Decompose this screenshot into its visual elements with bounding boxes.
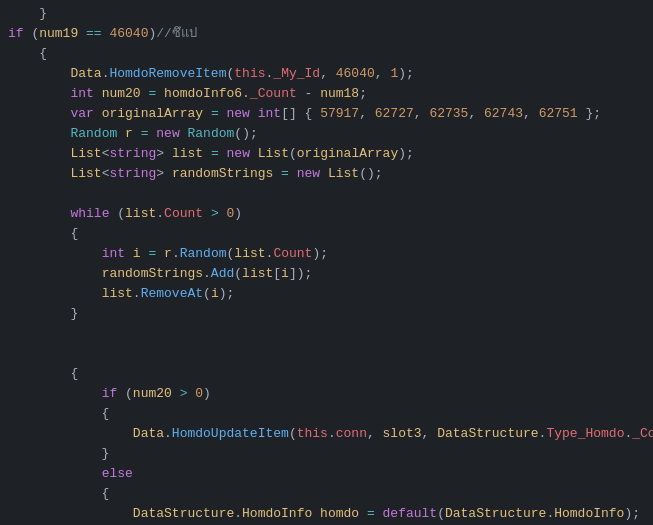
code-line: var originalArray = new int[] { 57917, 6… (0, 104, 653, 124)
code-line: Data.HomdoUpdateItem(this.conn, slot3, D… (0, 424, 653, 444)
code-line: while (list.Count > 0) (0, 204, 653, 224)
code-line (0, 344, 653, 364)
code-line: if (num20 > 0) (0, 384, 653, 404)
code-line: Data.HomdoRemoveItem(this._My_Id, 46040,… (0, 64, 653, 84)
code-line: { (0, 364, 653, 384)
code-line: DataStructure.HomdoInfo homdo = default(… (0, 504, 653, 524)
code-line: { (0, 44, 653, 64)
code-line: List<string> list = new List(originalArr… (0, 144, 653, 164)
code-line (0, 324, 653, 344)
code-line: int num20 = homdoInfo6._Count - num18; (0, 84, 653, 104)
code-line (0, 184, 653, 204)
code-line: { (0, 484, 653, 504)
code-line: } (0, 4, 653, 24)
code-line: list.RemoveAt(i); (0, 284, 653, 304)
code-line: else (0, 464, 653, 484)
code-line: { (0, 404, 653, 424)
code-line: } (0, 304, 653, 324)
code-line: if (num19 == 46040)//ซึแป (0, 24, 653, 44)
code-line: { (0, 224, 653, 244)
code-line-random: Random r = new Random(); (0, 124, 653, 144)
code-line: List<string> randomStrings = new List(); (0, 164, 653, 184)
code-line: randomStrings.Add(list[i]); (0, 264, 653, 284)
code-line: int i = r.Random(list.Count); (0, 244, 653, 264)
code-editor: } if (num19 == 46040)//ซึแป { Data.Homdo… (0, 0, 653, 525)
code-line: } (0, 444, 653, 464)
